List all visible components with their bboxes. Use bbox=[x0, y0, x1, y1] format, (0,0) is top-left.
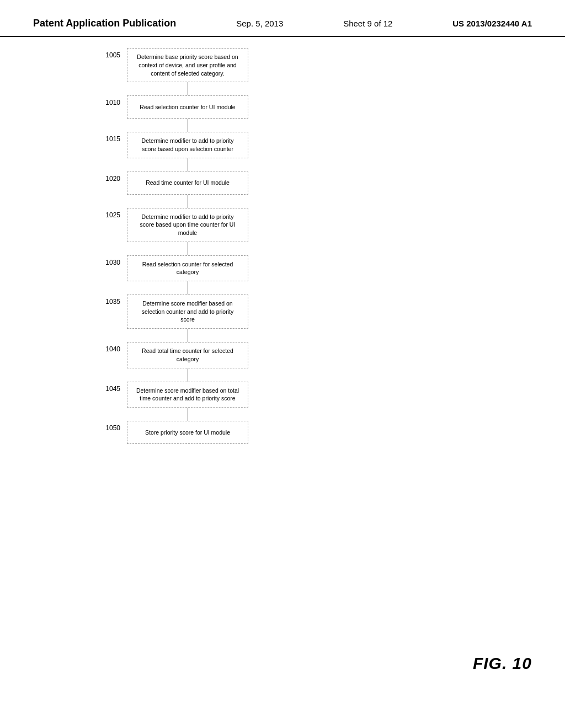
step-1035-label: 1035 bbox=[83, 295, 127, 306]
connector-row-2 bbox=[83, 119, 292, 132]
step-1010-label: 1010 bbox=[83, 95, 127, 106]
step-1050-label: 1050 bbox=[83, 421, 127, 432]
step-1025-label: 1025 bbox=[83, 208, 127, 219]
connector-row-9 bbox=[83, 408, 292, 421]
connector-col bbox=[127, 158, 248, 172]
connector-col bbox=[127, 242, 248, 255]
connector-line bbox=[188, 408, 188, 421]
connector-line bbox=[188, 368, 188, 382]
connector-col bbox=[127, 368, 248, 382]
step-1030-col: Read selection counter for selected cate… bbox=[127, 255, 248, 281]
step-1050-box: Store priority score for UI module bbox=[127, 421, 248, 444]
step-1005-label: 1005 bbox=[83, 48, 127, 59]
connector-row-1 bbox=[83, 82, 292, 95]
step-1030-label: 1030 bbox=[83, 255, 127, 266]
connector-line bbox=[188, 82, 188, 95]
patent-number: US 2013/0232440 A1 bbox=[452, 17, 532, 28]
connector-col bbox=[127, 195, 248, 208]
connector-col bbox=[127, 119, 248, 132]
flowchart: 1005 Determine base priority score based… bbox=[83, 48, 292, 444]
connector-line bbox=[188, 158, 188, 172]
step-1035-box: Determine score modifier based on select… bbox=[127, 295, 248, 329]
connector-col bbox=[127, 82, 248, 95]
step-1025-box: Determine modifier to add to priority sc… bbox=[127, 208, 248, 242]
step-1025-col: Determine modifier to add to priority sc… bbox=[127, 208, 248, 242]
step-1035-col: Determine score modifier based on select… bbox=[127, 295, 248, 329]
step-1040-row: 1040 Read total time counter for selecte… bbox=[83, 342, 292, 368]
connector-row-8 bbox=[83, 368, 292, 382]
step-1020-label: 1020 bbox=[83, 172, 127, 183]
connector-line bbox=[188, 281, 188, 295]
connector-row-6 bbox=[83, 281, 292, 295]
connector-row-7 bbox=[83, 329, 292, 342]
step-1005-row: 1005 Determine base priority score based… bbox=[83, 48, 292, 82]
connector-col bbox=[127, 408, 248, 421]
step-1040-box: Read total time counter for selected cat… bbox=[127, 342, 248, 368]
step-1015-col: Determine modifier to add to priority sc… bbox=[127, 132, 248, 158]
publication-title: Patent Application Publication bbox=[33, 17, 176, 30]
step-1015-row: 1015 Determine modifier to add to priori… bbox=[83, 132, 292, 158]
step-1045-col: Determine score modifier based on total … bbox=[127, 382, 248, 408]
connector-line bbox=[188, 195, 188, 208]
step-1050-col: Store priority score for UI module bbox=[127, 421, 248, 444]
step-1025-row: 1025 Determine modifier to add to priori… bbox=[83, 208, 292, 242]
sheet-info: Sheet 9 of 12 bbox=[343, 17, 392, 28]
step-1005-box: Determine base priority score based on c… bbox=[127, 48, 248, 82]
step-1010-col: Read selection counter for UI module bbox=[127, 95, 248, 119]
connector-col bbox=[127, 281, 248, 295]
step-1015-label: 1015 bbox=[83, 132, 127, 143]
connector-line bbox=[188, 329, 188, 342]
figure-label: FIG. 10 bbox=[473, 654, 532, 673]
connector-row-3 bbox=[83, 158, 292, 172]
step-1050-row: 1050 Store priority score for UI module bbox=[83, 421, 292, 444]
step-1045-box: Determine score modifier based on total … bbox=[127, 382, 248, 408]
step-1010-box: Read selection counter for UI module bbox=[127, 95, 248, 119]
connector-col bbox=[127, 329, 248, 342]
step-1030-row: 1030 Read selection counter for selected… bbox=[83, 255, 292, 281]
step-1040-label: 1040 bbox=[83, 342, 127, 353]
step-1045-row: 1045 Determine score modifier based on t… bbox=[83, 382, 292, 408]
step-1020-row: 1020 Read time counter for UI module bbox=[83, 172, 292, 195]
step-1020-col: Read time counter for UI module bbox=[127, 172, 248, 195]
connector-row-4 bbox=[83, 195, 292, 208]
step-1020-box: Read time counter for UI module bbox=[127, 172, 248, 195]
step-1045-label: 1045 bbox=[83, 382, 127, 393]
step-1005-col: Determine base priority score based on c… bbox=[127, 48, 248, 82]
step-1040-col: Read total time counter for selected cat… bbox=[127, 342, 248, 368]
step-1035-row: 1035 Determine score modifier based on s… bbox=[83, 295, 292, 329]
step-1030-box: Read selection counter for selected cate… bbox=[127, 255, 248, 281]
connector-row-5 bbox=[83, 242, 292, 255]
step-1015-box: Determine modifier to add to priority sc… bbox=[127, 132, 248, 158]
connector-line bbox=[188, 242, 188, 255]
step-1010-row: 1010 Read selection counter for UI modul… bbox=[83, 95, 292, 119]
page-header: Patent Application Publication Sep. 5, 2… bbox=[0, 0, 565, 37]
publication-date: Sep. 5, 2013 bbox=[236, 17, 283, 28]
connector-line bbox=[188, 119, 188, 132]
